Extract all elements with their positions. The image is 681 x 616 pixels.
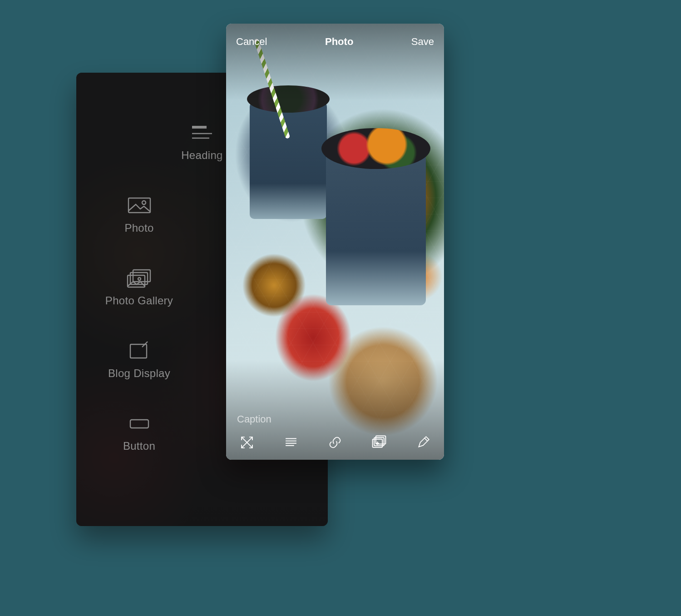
block-item-label: Blog Display (108, 367, 170, 380)
block-item-label: Button (123, 440, 155, 452)
caption-row (226, 413, 444, 425)
block-item-button[interactable]: Button (76, 383, 202, 456)
editor-title: Photo (325, 36, 353, 48)
photo-toolbar (226, 427, 444, 460)
block-item-label: Photo Gallery (105, 294, 173, 307)
blog-icon (127, 341, 152, 361)
svg-rect-3 (128, 198, 150, 213)
link-icon (327, 435, 343, 452)
align-icon (283, 435, 299, 452)
block-item-photo[interactable]: Photo (76, 165, 202, 238)
photo-editor-panel: Cancel Photo Save (226, 24, 444, 460)
svg-line-34 (424, 438, 427, 441)
block-item-label: Photo (124, 222, 153, 234)
photo-icon (127, 195, 152, 215)
button-icon (127, 413, 152, 433)
block-item-photo-gallery[interactable]: Photo Gallery (76, 238, 202, 311)
expand-icon (239, 435, 255, 452)
block-item-blog-display[interactable]: Blog Display (76, 311, 202, 383)
pencil-icon (416, 435, 430, 452)
save-button[interactable]: Save (411, 36, 434, 48)
edit-button[interactable] (414, 434, 432, 452)
block-item-label: Heading (181, 149, 223, 162)
svg-point-11 (138, 278, 141, 280)
expand-button[interactable] (238, 434, 256, 452)
caption-input[interactable] (237, 413, 433, 425)
svg-point-4 (142, 201, 146, 204)
cancel-button[interactable]: Cancel (236, 36, 267, 48)
link-button[interactable] (326, 434, 344, 452)
svg-rect-21 (130, 420, 148, 428)
photo-editor-header: Cancel Photo Save (226, 24, 444, 60)
heading-icon (189, 123, 215, 143)
svg-rect-13 (130, 344, 147, 358)
align-button[interactable] (282, 434, 300, 452)
add-stack-button[interactable] (370, 434, 388, 452)
gallery-icon (127, 268, 152, 288)
add-stack-icon (371, 434, 387, 452)
